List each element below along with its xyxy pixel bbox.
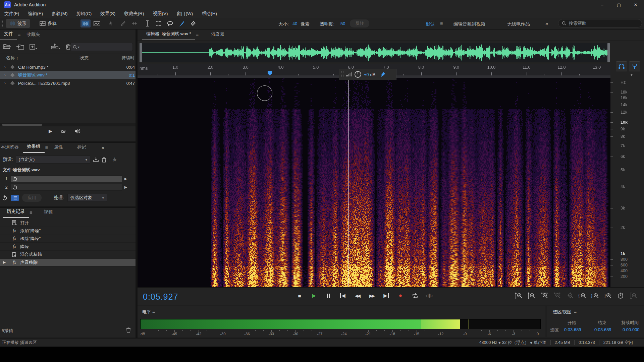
- lasso-selection-tool[interactable]: [165, 19, 175, 27]
- history-panel-menu-icon[interactable]: ≡: [29, 210, 34, 218]
- workspace-menu-icon[interactable]: ≡: [439, 21, 445, 29]
- maximize-button[interactable]: ▢: [610, 0, 627, 9]
- menu-item-8[interactable]: 帮助(H): [197, 11, 221, 17]
- tab-favorites[interactable]: 收藏夹: [22, 29, 44, 40]
- new-item-icon[interactable]: [30, 44, 37, 50]
- pause-button[interactable]: [324, 291, 333, 300]
- preview-autoplay-speaker-button[interactable]: [74, 129, 80, 134]
- column-duration[interactable]: 持续时: [121, 55, 135, 61]
- zoom-in-horizontal-button[interactable]: [540, 291, 549, 300]
- history-item-1[interactable]: fx添加"降噪": [0, 227, 136, 235]
- minimize-button[interactable]: –: [594, 0, 610, 9]
- meter-menu-icon[interactable]: ≡: [152, 309, 155, 314]
- tab-markers[interactable]: 标记: [73, 142, 90, 153]
- history-item-2[interactable]: fx移除"降噪": [0, 235, 136, 243]
- skip-selection-button[interactable]: ◁▷: [425, 291, 434, 300]
- move-tool[interactable]: [107, 19, 117, 27]
- preview-play-button[interactable]: ▶: [49, 128, 52, 134]
- workspace-default[interactable]: 默认: [426, 21, 435, 27]
- clear-history-icon[interactable]: [126, 327, 131, 333]
- spectrogram-view[interactable]: [138, 78, 610, 287]
- frequency-axis[interactable]: Hz18k16k14k12k10k9k8k7k6k5k4k3k2k1k80060…: [610, 60, 644, 287]
- slot-well[interactable]: [11, 184, 122, 191]
- skip-to-end-button[interactable]: ▶: [382, 291, 390, 300]
- razor-tool[interactable]: [118, 19, 128, 27]
- toolbar-grip[interactable]: [0, 19, 3, 28]
- menu-item-4[interactable]: 效果(S): [96, 11, 120, 17]
- editor-panel-menu-icon[interactable]: ≡: [195, 32, 201, 40]
- fast-forward-button[interactable]: ▶▶: [367, 291, 376, 300]
- menu-item-6[interactable]: 视图(V): [149, 11, 172, 17]
- delete-preset-icon[interactable]: [102, 157, 106, 163]
- spot-healing-brush-tool[interactable]: [188, 19, 198, 27]
- preset-select[interactable]: (自定义) ▾: [16, 156, 90, 164]
- file-row-2[interactable]: ›PoliceS... TE2027601.mp30:47: [0, 79, 136, 87]
- rewind-button[interactable]: ◀◀: [353, 291, 362, 300]
- slip-tool[interactable]: [129, 19, 140, 27]
- favorite-star-icon[interactable]: ★: [112, 156, 117, 163]
- delete-file-icon[interactable]: [66, 44, 71, 50]
- marquee-selection-tool[interactable]: [154, 19, 164, 27]
- zoom-out-vertical-button[interactable]: [527, 291, 536, 300]
- workspace-overflow-chevron[interactable]: »: [545, 20, 547, 26]
- workspace-edit-av[interactable]: 编辑音频到视频: [453, 21, 485, 27]
- tab-effects-rack[interactable]: 效果组: [23, 141, 45, 153]
- workspace-radio[interactable]: 无线电作品: [507, 21, 530, 27]
- meter-bar[interactable]: [140, 319, 541, 329]
- power-icon[interactable]: [12, 185, 17, 190]
- history-item-5[interactable]: ▶fx声音移除: [0, 259, 136, 266]
- overview-left-handle[interactable]: [140, 43, 142, 62]
- paintbrush-selection-tool[interactable]: [176, 19, 186, 27]
- search-dropdown-chevron[interactable]: ▾: [78, 45, 79, 49]
- tabs-overflow-chevron[interactable]: »: [102, 144, 104, 153]
- zoom-out-horizontal-button[interactable]: [552, 291, 561, 300]
- slot-expand-arrow[interactable]: ▶: [122, 177, 129, 181]
- overview-right-handle[interactable]: [607, 43, 610, 62]
- tuning-fork-button[interactable]: [629, 61, 640, 71]
- spectral-display-toggle[interactable]: [92, 19, 102, 27]
- gain-value[interactable]: +0: [364, 72, 369, 77]
- scrollbar-thumb[interactable]: [2, 124, 42, 126]
- stop-button[interactable]: ■: [295, 291, 304, 300]
- tab-mixer[interactable]: 混音器: [207, 29, 228, 40]
- expander-chevron[interactable]: ›: [0, 65, 10, 69]
- menu-item-5[interactable]: 收藏夹(R): [120, 11, 148, 17]
- axis-collapse-chevron[interactable]: ▼: [630, 73, 633, 77]
- zoom-in-vertical-button[interactable]: [514, 291, 523, 300]
- files-search-field[interactable]: ▾: [70, 43, 133, 51]
- tab-editor[interactable]: 编辑器: 噪音测试.wav *: [142, 29, 195, 40]
- overview-strip[interactable]: [140, 43, 608, 62]
- save-preset-icon[interactable]: [93, 157, 99, 162]
- record-button[interactable]: ●: [396, 291, 405, 300]
- slot-well[interactable]: [11, 175, 122, 182]
- multitrack-view-button[interactable]: 多轨: [36, 19, 60, 28]
- invert-button[interactable]: 反转: [350, 19, 369, 27]
- selection-duration-value[interactable]: 0:00.000: [623, 327, 640, 332]
- tab-properties[interactable]: 属性: [50, 142, 67, 153]
- import-file-icon[interactable]: [16, 44, 24, 50]
- zoom-to-in-point-button[interactable]: {: [578, 291, 587, 300]
- menu-item-3[interactable]: 剪辑(C): [72, 11, 96, 17]
- zoom-reset-button[interactable]: [565, 291, 574, 300]
- waveform-display-toggle[interactable]: [80, 19, 91, 27]
- rack-slot-1[interactable]: 1 ▶: [2, 175, 129, 183]
- apply-button[interactable]: 应用: [22, 194, 42, 202]
- expander-chevron[interactable]: ›: [0, 81, 10, 85]
- column-status[interactable]: 状态: [80, 55, 89, 61]
- history-item-0[interactable]: 打开: [0, 219, 136, 227]
- loop-playback-button[interactable]: [411, 291, 419, 300]
- preview-loop-button[interactable]: [60, 129, 66, 134]
- rack-list-mode-button[interactable]: [11, 195, 19, 201]
- timer-button[interactable]: [616, 291, 625, 300]
- playhead-line[interactable]: [348, 78, 349, 287]
- history-item-4[interactable]: 混合式粘贴: [0, 251, 136, 258]
- zoom-to-selection-button[interactable]: {}: [603, 291, 612, 300]
- skip-to-start-button[interactable]: ◀: [338, 291, 347, 300]
- play-button[interactable]: ▶: [310, 291, 318, 300]
- tab-history[interactable]: 历史记录: [3, 206, 29, 218]
- media-import-icon[interactable]: [51, 44, 60, 50]
- slot-expand-arrow[interactable]: ▶: [122, 185, 129, 189]
- waveform-view-button[interactable]: 波形: [6, 19, 30, 28]
- selection-end-value[interactable]: 0:03.689: [594, 327, 611, 332]
- gain-knob-icon[interactable]: [354, 71, 362, 78]
